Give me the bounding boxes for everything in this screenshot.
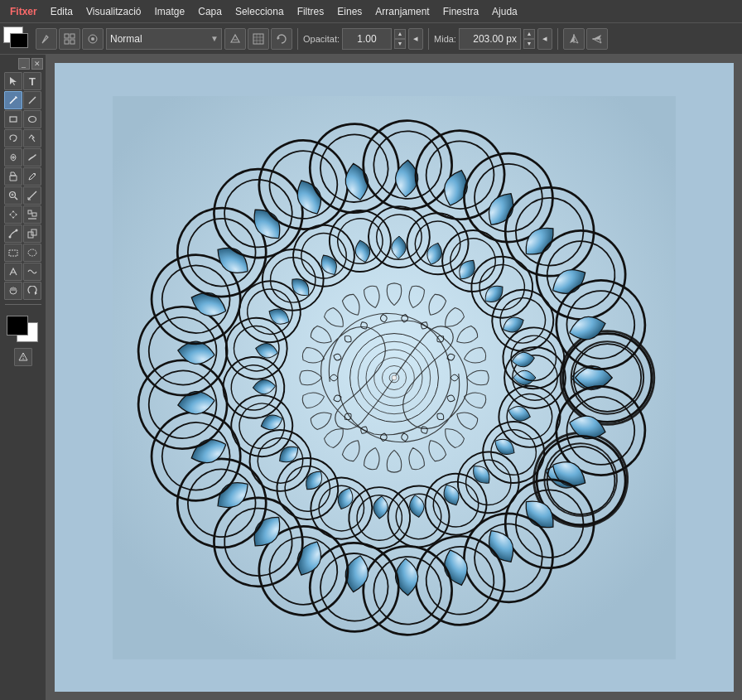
menu-visualitzacio[interactable]: Visualització [80,2,147,21]
svg-marker-15 [574,35,578,43]
menu-capa[interactable]: Capa [191,2,229,21]
toolbox: _ ✕ T [0,55,46,700]
tool-path[interactable] [4,224,22,243]
tool-dodge[interactable] [4,282,22,300]
size-label: Mida: [434,34,456,44]
tool-transform[interactable] [4,263,22,281]
menu-filtres[interactable]: Filtres [291,2,331,21]
tool-ellipse-select[interactable] [23,244,41,262]
grid-snap-btn[interactable] [248,28,269,50]
tool-ellipse[interactable] [23,110,41,128]
blend-mode-select-wrapper[interactable]: Normal Dissolve Multiply Screen Overlay … [106,28,222,50]
opacity-decrement-btn[interactable]: ▼ [394,39,406,49]
tool-row-5 [4,148,41,167]
brush-mode-btn[interactable] [36,28,57,50]
tool-row-3 [4,110,41,128]
opacity-spinner: ▲ ▼ [394,29,406,49]
tool-row-11 [4,263,41,281]
opacity-increment-btn[interactable]: ▲ [394,29,406,39]
grid-mode-btn[interactable] [82,28,104,50]
size-increment-btn[interactable]: ▲ [523,29,535,39]
toolbox-minimize-btn[interactable]: _ [18,58,30,70]
toolbox-color-swatches[interactable] [3,312,43,342]
svg-rect-1 [70,34,75,38]
mandala-artwork [113,88,676,668]
opacity-control: Opacitat: ▲ ▼ ◂ [303,28,423,50]
foreground-color-swatch[interactable] [10,33,28,48]
opacity-slider-toggle[interactable]: ◂ [408,28,423,50]
color-swatches[interactable] [3,27,33,51]
toolbox-header: _ ✕ [3,58,43,70]
size-input[interactable] [459,28,521,50]
svg-marker-17 [593,35,601,39]
size-control: Mida: ▲ ▼ ◂ [434,28,552,50]
paint-mode-btn[interactable] [59,28,80,50]
menu-arranjament[interactable]: Arranjament [369,2,436,21]
svg-rect-24 [10,117,17,122]
svg-rect-2 [65,40,69,44]
blend-mode-select[interactable]: Normal Dissolve Multiply Screen Overlay [106,28,222,50]
tool-move[interactable] [4,205,22,224]
tool-pencil[interactable] [4,91,22,109]
svg-rect-45 [9,250,17,256]
tool-rect[interactable] [4,110,22,128]
tool-clone[interactable] [23,224,41,243]
svg-point-42 [16,229,18,232]
canvas-container [55,63,734,692]
svg-rect-38 [28,210,31,214]
main-area: _ ✕ T [0,55,742,700]
tool-row-7 [4,186,41,205]
erase-buttons [224,28,292,50]
tool-symmetry[interactable] [14,348,32,366]
canvas-area[interactable] [46,55,742,700]
toolbox-separator [5,304,41,305]
size-slider-toggle[interactable]: ◂ [537,28,552,50]
tool-row-1: T [4,72,41,90]
menu-eines[interactable]: Eines [330,2,369,21]
svg-rect-3 [70,40,75,44]
svg-rect-8 [253,34,263,44]
erase-btn[interactable] [224,28,246,50]
tool-lasso[interactable] [4,129,22,147]
menu-finestra[interactable]: Finestra [436,2,485,21]
tool-align[interactable] [23,205,41,224]
tool-pointer[interactable] [4,72,22,90]
tool-smart-select[interactable] [23,129,41,147]
tool-rotate[interactable] [23,282,41,300]
svg-point-25 [29,117,36,123]
toolbox-close-btn[interactable]: ✕ [31,58,43,70]
tool-picker[interactable] [23,167,41,186]
menu-edita[interactable]: Edita [44,2,80,21]
svg-marker-36 [12,210,15,219]
tool-row-12 [4,282,41,300]
flip-horizontal-btn[interactable] [563,28,585,50]
tool-measure[interactable] [23,186,41,205]
tool-text[interactable]: T [23,72,41,90]
tool-smudge[interactable] [23,148,41,167]
tool-rect-select[interactable] [4,244,22,262]
refresh-btn[interactable] [271,28,292,50]
opacity-input[interactable] [342,28,392,50]
tool-zoom[interactable] [4,186,22,205]
flip-buttons [563,28,608,50]
tool-bucket[interactable] [4,167,22,186]
menu-selecciona[interactable]: Selecciona [229,2,291,21]
tool-warp[interactable] [23,263,41,281]
svg-rect-39 [32,213,36,216]
tool-line[interactable] [23,91,41,109]
tool-row-2 [4,91,41,109]
tool-heal[interactable] [4,148,22,167]
menu-imatge[interactable]: Imatge [148,2,192,21]
svg-point-41 [9,236,12,239]
flip-vertical-btn[interactable] [586,28,608,50]
tool-row-last [14,348,32,366]
svg-marker-37 [9,213,17,216]
toolbox-fg-color[interactable] [7,316,28,336]
tool-row-10 [4,244,41,262]
tool-row-8 [4,205,41,224]
size-decrement-btn[interactable]: ▼ [523,39,535,49]
menu-fitxer[interactable]: Fitxer [3,2,44,21]
svg-line-33 [28,191,36,200]
toolbar-separator-3 [557,28,558,50]
menu-ajuda[interactable]: Ajuda [485,2,524,21]
